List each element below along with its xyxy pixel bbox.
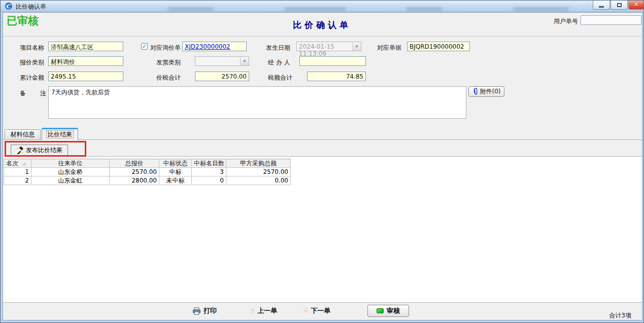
col-header-buyer-total[interactable]: 甲方采购总额: [226, 159, 291, 168]
date-combo[interactable]: 2024-01-15 11:13:09 ▼: [296, 42, 361, 51]
printer-icon: [192, 307, 201, 315]
next-doc-button[interactable]: ☟ 下一单: [303, 306, 330, 315]
tab-material-info[interactable]: 材料信息: [5, 129, 41, 139]
user-no-label: 用户单号: [554, 17, 578, 26]
maximize-button[interactable]: [611, 1, 628, 10]
minimize-button[interactable]: [593, 1, 610, 10]
paperclip-icon: [472, 88, 479, 95]
chevron-down-icon[interactable]: ▼: [240, 57, 249, 65]
price-tax-field[interactable]: 2570.00: [195, 71, 249, 81]
handler-label: 经 办 人: [268, 58, 290, 67]
sort-ascending-icon: [22, 162, 26, 165]
col-header-vendor[interactable]: 往来单位: [31, 159, 110, 168]
price-tax-label: 价税合计: [156, 74, 181, 82]
table-row[interactable]: 1 山东金桥 2570.00 中标 3 2570.00: [4, 168, 291, 176]
audit-label: 审核: [387, 306, 400, 315]
price-compare-window: 比价确认单 ✕ 已审核 比价确认单 用户单号 项目名称 济邹高速八工区 ✓ 对应…: [0, 0, 644, 323]
publish-result-label: 发布比价结果: [26, 146, 62, 155]
close-icon: ✕: [634, 2, 638, 8]
project-field[interactable]: 济邹高速八工区: [48, 42, 123, 51]
total-count-label: 合计3项: [609, 311, 631, 320]
prev-doc-label: 上一单: [257, 306, 277, 315]
hand-down-icon: ☟: [303, 307, 308, 314]
attachment-label: 附件(0): [480, 87, 501, 96]
hand-up-icon: ☝: [250, 307, 255, 314]
ref-doc-field[interactable]: BJQRD190000002: [407, 42, 470, 51]
table-header-row: 名次 往来单位 总报价 中标状态 中标名目数 甲方采购总额: [4, 159, 291, 168]
app-icon: [5, 2, 13, 10]
result-toolbar: [3, 140, 642, 157]
prev-doc-button[interactable]: ☝ 上一单: [250, 306, 277, 315]
page-title: 比价确认单: [1, 19, 643, 31]
header-divider: [3, 36, 642, 37]
gavel-icon: [16, 147, 24, 154]
handler-field[interactable]: [299, 56, 366, 66]
audit-status-icon: [377, 308, 384, 313]
project-label: 项目名称: [20, 44, 44, 52]
tax-total-label: 税额合计: [268, 74, 292, 82]
col-header-award-status[interactable]: 中标状态: [159, 159, 192, 168]
quote-type-label: 报价类别: [20, 58, 44, 67]
background-window-blur: [285, 7, 346, 11]
window-title: 比价确认单: [16, 3, 46, 11]
audit-button[interactable]: 审核: [367, 305, 409, 317]
print-label: 打印: [204, 306, 217, 315]
attachment-button[interactable]: 附件(0): [468, 86, 504, 97]
next-doc-label: 下一单: [311, 306, 330, 315]
background-window-blur: [168, 7, 214, 11]
chevron-down-icon[interactable]: ▼: [352, 42, 361, 51]
tab-compare-result[interactable]: 比价结果: [42, 128, 78, 140]
inquiry-checkbox[interactable]: ✓: [141, 43, 148, 50]
table-row[interactable]: 2 山东金虹 2800.00 未中标 0 0.00: [4, 176, 291, 185]
invoice-type-combo[interactable]: ▼: [195, 56, 249, 66]
minimize-icon: [599, 6, 604, 8]
accum-amount-field[interactable]: 2495.15: [48, 71, 123, 81]
inquiry-link[interactable]: XJD230000002: [185, 43, 230, 50]
maximize-icon: [617, 3, 622, 7]
background-window-blur: [513, 7, 569, 11]
inquiry-field[interactable]: XJD230000002: [182, 42, 247, 51]
publish-result-button[interactable]: 发布比价结果: [11, 145, 68, 156]
col-header-total-quote[interactable]: 总报价: [110, 159, 159, 168]
titlebar: 比价确认单: [1, 1, 643, 12]
remark-textarea[interactable]: 7天内供货，先款后货: [48, 86, 466, 119]
accum-amount-label: 累计金额: [20, 74, 44, 82]
inquiry-label: 对应询价单: [150, 44, 181, 52]
invoice-type-label: 发票类别: [156, 58, 181, 67]
background-window-blur: [406, 7, 442, 11]
date-label: 发生日期: [266, 44, 290, 52]
col-header-award-count[interactable]: 中标名目数: [192, 159, 226, 168]
ref-doc-label: 对应单据: [377, 44, 401, 52]
remark-label: 备 注: [20, 89, 46, 98]
user-no-input[interactable]: [581, 15, 641, 25]
print-button[interactable]: 打印: [192, 306, 217, 315]
col-header-rank[interactable]: 名次: [4, 159, 31, 168]
quote-type-field[interactable]: 材料询价: [48, 56, 123, 66]
close-button[interactable]: ✕: [628, 1, 644, 10]
tax-total-field[interactable]: 74.85: [307, 71, 366, 81]
